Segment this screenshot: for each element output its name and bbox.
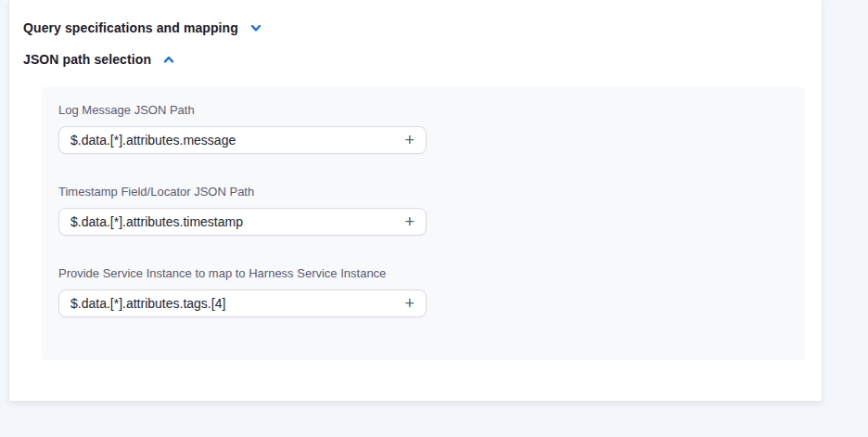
plus-icon[interactable]: + — [402, 213, 416, 230]
field-service-instance-json-path: Provide Service Instance to map to Harne… — [58, 266, 788, 317]
section-query-specifications-title: Query specifications and mapping — [23, 20, 238, 35]
field-log-message-json-path: Log Message JSON Path + — [58, 103, 788, 154]
json-path-panel: Log Message JSON Path + Timestamp Field/… — [42, 87, 805, 360]
section-json-path-selection-title: JSON path selection — [23, 52, 151, 67]
plus-icon[interactable]: + — [402, 132, 416, 148]
timestamp-json-path-input[interactable] — [70, 209, 402, 235]
section-query-specifications[interactable]: Query specifications and mapping — [23, 20, 263, 35]
log-message-json-path-input[interactable] — [70, 127, 402, 153]
field-timestamp-json-path: Timestamp Field/Locator JSON Path + — [58, 185, 788, 236]
section-json-path-selection[interactable]: JSON path selection — [23, 52, 176, 67]
chevron-down-icon[interactable] — [249, 20, 263, 35]
service-instance-json-path-label: Provide Service Instance to map to Harne… — [58, 266, 788, 281]
query-mapping-card: Query specifications and mapping JSON pa… — [8, 0, 823, 402]
log-message-json-path-input-wrap: + — [58, 126, 427, 154]
timestamp-json-path-input-wrap: + — [58, 208, 427, 236]
service-instance-json-path-input[interactable] — [70, 290, 402, 316]
timestamp-json-path-label: Timestamp Field/Locator JSON Path — [58, 185, 788, 199]
log-message-json-path-label: Log Message JSON Path — [58, 103, 788, 118]
plus-icon[interactable]: + — [402, 295, 416, 312]
service-instance-json-path-input-wrap: + — [58, 289, 427, 317]
chevron-up-icon[interactable] — [161, 52, 176, 67]
